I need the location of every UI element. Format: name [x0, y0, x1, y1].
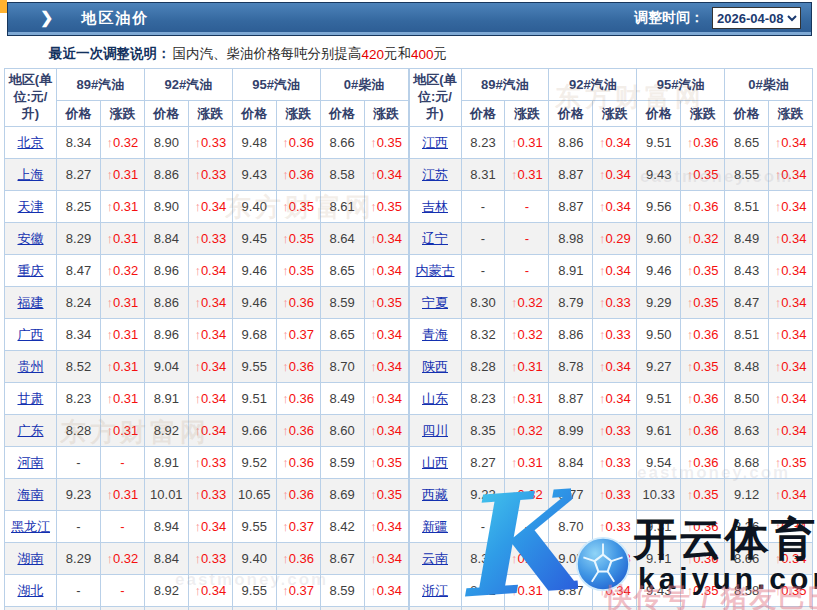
region-link[interactable]: 陕西 [422, 359, 448, 374]
region-link[interactable]: 辽宁 [422, 231, 448, 246]
region-link[interactable]: 吉林 [422, 199, 448, 214]
change-cell: ↑0.36 [276, 447, 320, 479]
change-cell: ↑0.31 [100, 287, 144, 319]
price-cell: 8.25 [57, 191, 101, 223]
region-cell: 山西 [409, 447, 461, 479]
price-cell: 8.52 [57, 351, 101, 383]
region-link[interactable]: 北京 [18, 135, 44, 150]
region-cell: 湖南 [5, 543, 57, 575]
price-cell: 8.31 [461, 159, 505, 191]
change-cell: ↑0.33 [593, 415, 637, 447]
price-cell: 8.24 [57, 287, 101, 319]
region-link[interactable]: 上海 [18, 167, 44, 182]
price-cell: 8.65 [725, 127, 769, 159]
price-cell: 8.69 [320, 479, 364, 511]
price-cell: 9.31 [637, 511, 681, 543]
region-cell: 吉林 [409, 191, 461, 223]
region-link[interactable]: 江苏 [422, 167, 448, 182]
change-cell: ↑0.34 [364, 575, 408, 607]
change-cell: ↑0.33 [188, 543, 232, 575]
region-header: 地区(单位:元/升) [5, 69, 57, 127]
page: ❯ 地区油价 调整时间： 2026-04-08 最近一次调整说明： 国内汽、柴油… [0, 0, 817, 610]
region-link[interactable]: 重庆 [18, 263, 44, 278]
change-cell: ↑0.34 [593, 575, 637, 607]
price-cell: 8.50 [725, 383, 769, 415]
corner-accent [0, 0, 7, 13]
change-cell: ↑0.34 [188, 191, 232, 223]
price-cell: 9.29 [637, 287, 681, 319]
change-cell: ↑0.34 [769, 351, 813, 383]
change-cell: ↑0.31 [100, 415, 144, 447]
price-cell: 8.34 [57, 319, 101, 351]
up-arrow-icon: ↑ [775, 263, 782, 278]
up-arrow-icon: ↑ [775, 519, 782, 534]
change-cell: ↑0.31 [505, 543, 549, 575]
up-arrow-icon: ↑ [511, 391, 518, 406]
region-link[interactable]: 甘肃 [18, 391, 44, 406]
region-link[interactable]: 云南 [422, 551, 448, 566]
price-cell: 8.29 [57, 223, 101, 255]
change-cell: ↑0.32 [100, 127, 144, 159]
price-table-right: 地区(单位:元/升)89#汽油92#汽油95#汽油0#柴油价格涨跌价格涨跌价格涨… [409, 68, 814, 610]
region-link[interactable]: 内蒙古 [416, 263, 455, 278]
up-arrow-icon: ↑ [687, 583, 694, 598]
up-arrow-icon: ↑ [194, 487, 201, 502]
up-arrow-icon: ↑ [511, 423, 518, 438]
price-cell: 8.70 [549, 511, 593, 543]
up-arrow-icon: ↑ [599, 199, 606, 214]
region-link[interactable]: 山西 [422, 455, 448, 470]
region-link[interactable]: 安徽 [18, 231, 44, 246]
region-link[interactable]: 西藏 [422, 487, 448, 502]
region-link[interactable]: 黑龙江 [11, 519, 50, 534]
region-link[interactable]: 海南 [18, 487, 44, 502]
region-link[interactable]: 贵州 [18, 359, 44, 374]
region-link[interactable]: 山东 [422, 391, 448, 406]
change-cell: ↑0.34 [364, 351, 408, 383]
up-arrow-icon: ↑ [599, 391, 606, 406]
change-cell: ↑0.34 [188, 255, 232, 287]
price-cell: 8.67 [320, 543, 364, 575]
table-row: 河北8.25↑0.318.90↑0.349.40↑0.358.61↑0.35 [5, 607, 409, 610]
up-arrow-icon: ↑ [370, 263, 377, 278]
price-cell: - [57, 447, 101, 479]
region-link[interactable]: 四川 [422, 423, 448, 438]
table-row: 河南--8.91↑0.339.52↑0.368.59↑0.35 [5, 447, 409, 479]
change-subheader: 涨跌 [188, 101, 232, 127]
up-arrow-icon: ↑ [775, 327, 782, 342]
change-cell: ↑0.31 [505, 383, 549, 415]
change-cell: - [505, 511, 549, 543]
change-cell: ↑0.33 [593, 511, 637, 543]
region-link[interactable]: 新疆 [422, 519, 448, 534]
up-arrow-icon: ↑ [370, 231, 377, 246]
change-cell: ↑0.35 [364, 447, 408, 479]
product-header: 89#汽油 [57, 69, 145, 101]
change-cell: ↑0.34 [769, 191, 813, 223]
region-link[interactable]: 天津 [18, 199, 44, 214]
table-row: 山东8.23↑0.318.87↑0.349.51↑0.368.50↑0.34 [409, 383, 813, 415]
region-link[interactable]: 河南 [18, 455, 44, 470]
table-row: 北京8.34↑0.328.90↑0.339.48↑0.368.66↑0.35 [5, 127, 409, 159]
price-cell: 8.59 [320, 287, 364, 319]
region-link[interactable]: 湖南 [18, 551, 44, 566]
up-arrow-icon: ↑ [599, 263, 606, 278]
region-cell: 海南 [5, 479, 57, 511]
region-link[interactable]: 浙江 [422, 583, 448, 598]
region-link[interactable]: 广西 [18, 327, 44, 342]
change-cell: ↑0.31 [505, 447, 549, 479]
price-cell: 8.51 [725, 191, 769, 223]
notice-bar: 最近一次调整说明： 国内汽、柴油价格每吨分别提高420元和400元 [7, 42, 812, 66]
price-cell: 9.04 [144, 351, 188, 383]
region-link[interactable]: 江西 [422, 135, 448, 150]
region-link[interactable]: 青海 [422, 327, 448, 342]
region-link[interactable]: 宁夏 [422, 295, 448, 310]
change-cell: ↑0.34 [188, 287, 232, 319]
change-cell: ↑0.36 [276, 543, 320, 575]
up-arrow-icon: ↑ [687, 455, 694, 470]
up-arrow-icon: ↑ [194, 455, 201, 470]
region-link[interactable]: 湖北 [18, 583, 44, 598]
up-arrow-icon: ↑ [775, 167, 782, 182]
change-cell: - [100, 511, 144, 543]
region-link[interactable]: 福建 [18, 295, 44, 310]
region-link[interactable]: 广东 [18, 423, 44, 438]
adjust-date-select[interactable]: 2026-04-08 [712, 7, 801, 29]
